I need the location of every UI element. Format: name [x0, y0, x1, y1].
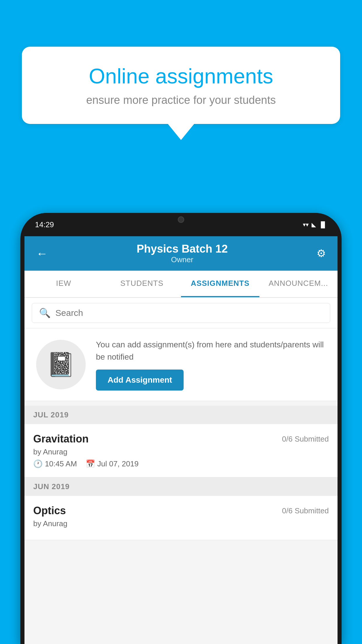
assignment-item-gravitation[interactable]: Gravitation 0/6 Submitted by Anurag 🕐 10…	[24, 424, 338, 477]
assignment-row1-optics: Optics 0/6 Submitted	[33, 505, 329, 517]
assignment-name-optics: Optics	[33, 505, 66, 517]
assignment-by-optics: by Anurag	[33, 519, 329, 528]
phone-camera	[178, 216, 184, 223]
assignment-name-gravitation: Gravitation	[33, 433, 89, 445]
notebook-icon: 📓	[46, 351, 75, 378]
search-input[interactable]	[55, 308, 323, 318]
meta-date-gravitation: 📅 Jul 07, 2019	[86, 459, 139, 468]
phone-status-bar: 14:29 ▾▾ ◣ ▐▌	[20, 213, 342, 236]
speech-bubble: Online assignments ensure more practice …	[22, 47, 340, 124]
settings-button[interactable]: ⚙	[317, 247, 326, 260]
section-header-jun: JUN 2019	[24, 477, 338, 496]
header-subtitle: Owner	[48, 255, 317, 264]
assignment-by-gravitation: by Anurag	[33, 447, 329, 456]
phone-notch	[164, 213, 198, 226]
tab-announcements[interactable]: ANNOUNCEM...	[259, 271, 338, 297]
assignment-meta-gravitation: 🕐 10:45 AM 📅 Jul 07, 2019	[33, 459, 329, 468]
promo-text-area: You can add assignment(s) from here and …	[96, 339, 326, 391]
assignment-date-gravitation: Jul 07, 2019	[97, 459, 139, 468]
promo-icon-circle: 📓	[36, 340, 86, 389]
tab-assignments[interactable]: ASSIGNMENTS	[181, 271, 259, 297]
search-icon: 🔍	[39, 307, 51, 318]
clock-icon: 🕐	[33, 459, 43, 468]
speech-bubble-title: Online assignments	[42, 64, 320, 88]
header-title: Physics Batch 12	[48, 243, 317, 255]
promo-section: 📓 You can add assignment(s) from here an…	[24, 328, 338, 401]
status-icons: ▾▾ ◣ ▐▌	[303, 221, 327, 228]
phone-screen: ← Physics Batch 12 Owner ⚙ IEW STUDENTS …	[24, 236, 338, 644]
search-input-wrapper: 🔍	[32, 303, 330, 323]
promo-description: You can add assignment(s) from here and …	[96, 339, 326, 363]
meta-time-gravitation: 🕐 10:45 AM	[33, 459, 77, 468]
speech-bubble-container: Online assignments ensure more practice …	[22, 47, 340, 140]
tab-students[interactable]: STUDENTS	[103, 271, 181, 297]
tabs-bar: IEW STUDENTS ASSIGNMENTS ANNOUNCEM...	[24, 271, 338, 298]
speech-bubble-subtitle: ensure more practice for your students	[42, 94, 320, 106]
search-container: 🔍	[24, 298, 338, 328]
back-button[interactable]: ←	[36, 247, 48, 260]
calendar-icon: 📅	[86, 459, 95, 468]
assignment-time-gravitation: 10:45 AM	[45, 459, 77, 468]
header-center: Physics Batch 12 Owner	[48, 243, 317, 264]
speech-bubble-arrow	[168, 124, 194, 140]
assignment-row1: Gravitation 0/6 Submitted	[33, 433, 329, 445]
assignment-submitted-optics: 0/6 Submitted	[282, 505, 329, 515]
add-assignment-button[interactable]: Add Assignment	[96, 370, 184, 391]
battery-icon: ▐▌	[319, 221, 327, 228]
tab-iew[interactable]: IEW	[24, 271, 103, 297]
signal-icon: ◣	[312, 221, 316, 228]
phone-frame: 14:29 ▾▾ ◣ ▐▌ ← Physics Batch 12 Owner ⚙…	[20, 213, 342, 644]
assignment-item-optics[interactable]: Optics 0/6 Submitted by Anurag	[24, 496, 338, 540]
section-header-jul: JUL 2019	[24, 406, 338, 424]
wifi-icon: ▾▾	[303, 221, 309, 228]
app-header: ← Physics Batch 12 Owner ⚙	[24, 236, 338, 271]
status-time: 14:29	[35, 220, 54, 229]
assignment-submitted-gravitation: 0/6 Submitted	[282, 433, 329, 444]
